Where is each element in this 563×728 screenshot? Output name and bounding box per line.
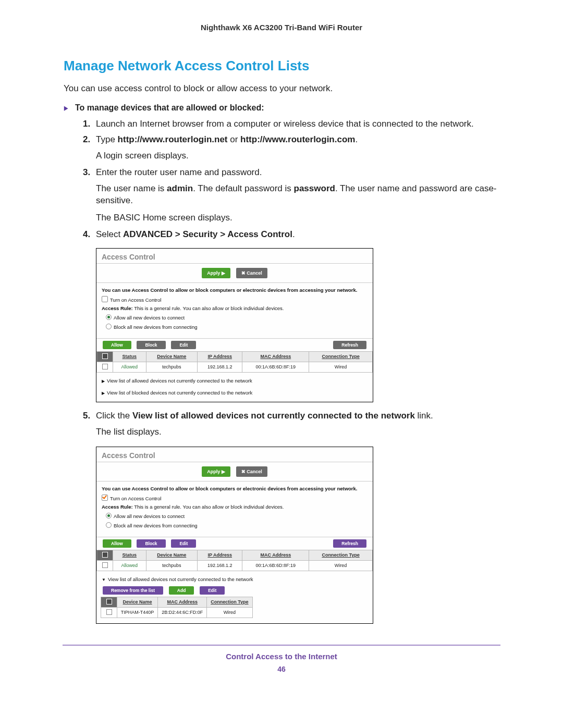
turn-on-label: Turn on Access Control [110, 297, 161, 303]
footer-text: Control Access to the Internet [52, 652, 511, 661]
cancel-button-2[interactable]: ✖ Cancel [236, 466, 267, 477]
col-mac[interactable]: MAC Address [242, 351, 309, 362]
sub-conn: Wired [207, 607, 252, 618]
edit-button[interactable]: Edit [171, 341, 196, 349]
allow-radio[interactable] [106, 314, 112, 320]
step-2-url-2: http://www.routerlogin.com [240, 134, 355, 144]
allowed-table: Device Name MAC Address Connection Type … [101, 597, 253, 618]
col-mac-2[interactable]: MAC Address [242, 550, 309, 560]
allow-button[interactable]: Allow [103, 341, 131, 349]
step-5-link: View list of allowed devices not current… [132, 411, 415, 421]
allow-radio-label: Allow all new devices to connect [114, 315, 185, 320]
disclosure-allowed-open[interactable]: View list of allowed devices not current… [96, 571, 373, 583]
col-device-name[interactable]: Device Name [146, 351, 198, 362]
device-table-2: Status Device Name IP Address MAC Addres… [96, 550, 373, 571]
footer-divider [63, 645, 500, 646]
step-2-url-1: http://www.routerlogin.net [118, 134, 228, 144]
row-mac: 00:1A:6B:6D:8F:19 [242, 362, 309, 372]
row-status: Allowed [113, 362, 146, 372]
select-all-header-3[interactable] [101, 597, 117, 607]
step-4-end: . [292, 229, 295, 239]
step-2-prefix: Type [96, 134, 118, 144]
step-3-result: The BASIC Home screen displays. [96, 212, 511, 224]
step-3-p1c: . The default password is [193, 183, 293, 193]
block-radio-label: Block all new devices from connecting [114, 324, 198, 330]
step-2-mid: or [228, 134, 241, 144]
row-status-2: Allowed [113, 560, 146, 571]
row-checkbox[interactable] [102, 364, 108, 369]
select-all-header-2[interactable] [97, 550, 113, 560]
block-radio-label-2: Block all new devices from connecting [114, 523, 198, 528]
col-device-name-2[interactable]: Device Name [146, 550, 198, 560]
table-row: Allowed techpubs 192.168.1.2 00:1A:6B:6D… [97, 560, 373, 571]
block-radio-2[interactable] [106, 522, 112, 528]
apply-button[interactable]: Apply ▶ [202, 268, 230, 278]
table-row: Allowed techpubs 192.168.1.2 00:1A:6B:6D… [97, 362, 373, 372]
panel-desc-2: You can use Access Control to allow or b… [102, 486, 357, 491]
block-button[interactable]: Block [137, 341, 165, 349]
step-1-text: Launch an Internet browser from a comput… [96, 119, 474, 129]
access-control-panel-1: Access Control Apply ▶ ✖ Cancel You can … [96, 248, 373, 402]
col-status[interactable]: Status [113, 351, 146, 362]
turn-on-checkbox[interactable] [102, 296, 108, 302]
row-conn-2: Wired [309, 560, 373, 571]
page-number: 46 [52, 665, 511, 673]
refresh-button[interactable]: Refresh [333, 341, 366, 349]
row-ip-2: 192.168.1.2 [198, 560, 242, 571]
edit-button-2[interactable]: Edit [171, 539, 196, 548]
panel-title: Access Control [96, 249, 373, 263]
col-ip[interactable]: IP Address [198, 351, 242, 362]
step-5-result: The list displays. [96, 426, 511, 438]
row-checkbox-2[interactable] [102, 562, 108, 568]
turn-on-label-2: Turn on Access Control [110, 496, 161, 501]
step-3-admin: admin [167, 183, 193, 193]
steps-list: Launch an Internet browser from a comput… [74, 119, 511, 624]
panel-title-2: Access Control [96, 447, 373, 462]
access-rule-label-2: Access Rule: [102, 504, 133, 510]
step-4-prefix: Select [96, 229, 123, 239]
col-ip-2[interactable]: IP Address [198, 550, 242, 560]
allow-button-2[interactable]: Allow [103, 539, 131, 548]
disclosure-blocked[interactable]: View list of blocked devices not current… [96, 385, 373, 402]
access-control-panel-2: Access Control Apply ▶ ✖ Cancel You can … [96, 447, 373, 624]
col-connection-3[interactable]: Connection Type [207, 597, 252, 607]
row-checkbox-3[interactable] [106, 609, 112, 615]
procedure-heading: To manage devices that are allowed or bl… [64, 103, 511, 113]
doc-header: Nighthawk X6 AC3200 Tri-Band WiFi Router [52, 23, 511, 32]
step-4-path: ADVANCED > Security > Access Control [123, 229, 292, 239]
add-button[interactable]: Add [169, 586, 194, 595]
device-table: Status Device Name IP Address MAC Addres… [96, 351, 373, 373]
step-3-text: Enter the router user name and password. [96, 167, 262, 177]
intro-text: You can use access control to block or a… [64, 83, 511, 94]
step-3-password: password [294, 183, 335, 193]
section-title: Manage Network Access Control Lists [64, 58, 511, 74]
apply-button-2[interactable]: Apply ▶ [202, 466, 230, 477]
select-all-header[interactable] [97, 351, 113, 362]
remove-button[interactable]: Remove from the list [103, 586, 163, 595]
step-2-result: A login screen displays. [96, 150, 511, 162]
col-connection-2[interactable]: Connection Type [309, 550, 373, 560]
sub-device: TIPHAM-T440P [117, 607, 158, 618]
step-5-end: link. [415, 411, 433, 421]
disclosure-allowed[interactable]: View list of allowed devices not current… [96, 373, 373, 385]
col-mac-3[interactable]: MAC Address [158, 597, 207, 607]
row-device: techpubs [146, 362, 198, 372]
edit-button-sub[interactable]: Edit [200, 586, 225, 595]
refresh-button-2[interactable]: Refresh [333, 539, 366, 548]
allow-radio-label-2: Allow all new devices to connect [114, 513, 185, 519]
row-conn: Wired [309, 362, 373, 372]
col-device-name-3[interactable]: Device Name [117, 597, 158, 607]
turn-on-checkbox-2[interactable] [102, 495, 108, 501]
row-device-2: techpubs [146, 560, 198, 571]
panel-desc: You can use Access Control to allow or b… [102, 287, 357, 293]
table-row: TIPHAM-T440P 2B:D2:44:6C:FD:0F Wired [101, 607, 253, 618]
allow-radio-2[interactable] [106, 513, 112, 519]
row-ip: 192.168.1.2 [198, 362, 242, 372]
block-button-2[interactable]: Block [137, 539, 165, 548]
col-status-2[interactable]: Status [113, 550, 146, 560]
col-connection[interactable]: Connection Type [309, 351, 373, 362]
sub-mac: 2B:D2:44:6C:FD:0F [158, 607, 207, 618]
step-3-p1a: The user name is [96, 183, 167, 193]
cancel-button[interactable]: ✖ Cancel [236, 268, 267, 278]
block-radio[interactable] [106, 324, 112, 329]
